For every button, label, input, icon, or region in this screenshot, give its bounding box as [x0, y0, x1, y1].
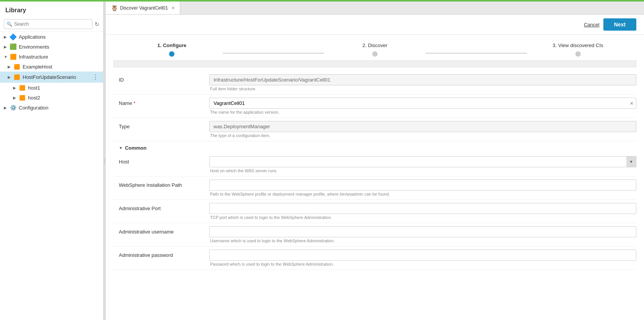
step-view-label: 3. View discovered CIs [553, 42, 603, 48]
sidebar-item-environments[interactable]: ▶ 🟩 Environments [0, 42, 103, 52]
admin-password-label: Administrative password [113, 250, 209, 258]
step-discover-dot [372, 51, 378, 57]
configuration-arrow: ▶ [4, 106, 9, 110]
step-configure-dot [169, 51, 174, 57]
hostforupdatescenario-arrow: ▶ [8, 75, 13, 79]
host2-icon: 🟧 [18, 95, 26, 101]
search-input[interactable] [4, 19, 92, 29]
host-dropdown-button[interactable]: ▼ [626, 156, 636, 167]
host1-arrow: ▶ [13, 86, 18, 90]
admin-username-hint: Username which is used to login to the W… [209, 238, 636, 243]
host-input[interactable] [209, 156, 636, 167]
next-button[interactable]: Next [603, 18, 636, 31]
step-configure-label: 1. Configure [157, 42, 186, 48]
type-hint: The type of a configuration item. [209, 133, 636, 138]
type-input [209, 121, 636, 132]
id-hint: Full item folder structure. [209, 87, 636, 91]
id-input [209, 74, 636, 85]
steps-bar: 1. Configure 2. Discover 3. View discove… [106, 35, 644, 60]
hostforupdatescenario-label: HostForUpdateScenario [23, 74, 91, 80]
step-view: 3. View discovered CIs [527, 42, 629, 57]
common-toggle[interactable]: ▼ Common [119, 145, 631, 151]
drag-dot [104, 160, 105, 161]
admin-username-row: Administrative username Username which i… [113, 223, 636, 247]
tab-icon: 🦉 [111, 5, 118, 11]
sidebar-item-host1[interactable]: ▶ 🟧 host1 [0, 83, 103, 93]
discover-tab[interactable]: 🦉 Discover VagrantCell01 × [106, 2, 180, 14]
form-area: ID Full item folder structure. Name * [106, 60, 644, 320]
configuration-icon: ⚙️ [9, 104, 17, 111]
websphere-path-row: WebSphere Installation Path Path to the … [113, 176, 636, 200]
step-discover: 2. Discover [324, 42, 426, 57]
environments-icon: 🟩 [9, 44, 17, 50]
websphere-path-input[interactable] [209, 180, 636, 191]
sidebar: Library 🔍 ↻ ▶ 🔷 Applications ▶ 🟩 Environ… [0, 2, 104, 320]
examplehost-icon: 🟧 [13, 64, 21, 70]
common-section-toggle[interactable]: ▼ Common [113, 141, 636, 153]
id-row: ID Full item folder structure. [113, 71, 636, 95]
sidebar-item-configuration[interactable]: ▶ ⚙️ Configuration [0, 103, 103, 113]
admin-port-hint: TCP port which is used to login to the W… [209, 215, 636, 220]
sidebar-title: Library [0, 2, 103, 17]
sidebar-item-examplehost[interactable]: ▶ 🟧 ExampleHost [0, 62, 103, 72]
step-line-1 [223, 53, 324, 54]
websphere-path-hint: Path to the WebSphere profile or deploym… [209, 192, 636, 196]
type-row: Type The type of a configuration item. [113, 118, 636, 141]
host1-icon: 🟧 [18, 85, 26, 91]
admin-username-field: Username which is used to login to the W… [209, 226, 636, 243]
wizard-container: Cancel Next 1. Configure 2. Discover 3. … [106, 15, 644, 320]
applications-icon: 🔷 [9, 34, 17, 40]
id-field: Full item folder structure. [209, 74, 636, 91]
sidebar-item-host2[interactable]: ▶ 🟧 host2 [0, 93, 103, 103]
admin-port-row: Administrative Port TCP port which is us… [113, 200, 636, 223]
websphere-path-label: WebSphere Installation Path [113, 180, 209, 188]
admin-port-label: Administrative Port [113, 203, 209, 211]
sidebar-item-applications[interactable]: ▶ 🔷 Applications [0, 32, 103, 42]
environments-label: Environments [19, 44, 100, 50]
examplehost-label: ExampleHost [23, 64, 100, 70]
environments-arrow: ▶ [4, 45, 9, 49]
host1-label: host1 [28, 85, 100, 91]
admin-password-input[interactable] [209, 250, 636, 261]
tab-label: Discover VagrantCell01 [120, 5, 168, 11]
name-label: Name * [113, 98, 209, 106]
tab-close-button[interactable]: × [172, 5, 174, 11]
name-clear-button[interactable]: × [630, 100, 633, 106]
applications-arrow: ▶ [4, 35, 9, 39]
admin-port-field: TCP port which is used to login to the W… [209, 203, 636, 220]
infrastructure-icon: 🟧 [9, 54, 17, 60]
admin-password-field: Password which is used to login to the W… [209, 250, 636, 266]
refresh-icon[interactable]: ↻ [95, 21, 99, 27]
name-required: * [132, 100, 136, 106]
cancel-button[interactable]: Cancel [584, 22, 599, 28]
examplehost-arrow: ▶ [8, 65, 13, 69]
step-configure: 1. Configure [121, 42, 223, 57]
name-field-wrapper: × [209, 98, 636, 109]
common-title: Common [125, 145, 146, 151]
step-discover-label: 2. Discover [362, 42, 387, 48]
name-field: × The name for the application version. [209, 98, 636, 114]
host-row: Host ▼ Host on which the WAS server runs [113, 153, 636, 176]
type-label: Type [113, 121, 209, 129]
sidebar-item-infrastructure[interactable]: ▼ 🟧 Infrastructure [0, 52, 103, 62]
name-input[interactable] [209, 98, 636, 109]
hostforupdatescenario-icon: 🟧 [13, 74, 21, 80]
host2-arrow: ▶ [13, 96, 18, 100]
more-options-icon[interactable]: ⋮ [91, 73, 100, 81]
sidebar-item-hostforupdatescenario[interactable]: ▶ 🟧 HostForUpdateScenario ⋮ [0, 72, 103, 83]
infrastructure-label: Infrastructure [19, 54, 100, 60]
name-row: Name * × The name for the application ve… [113, 95, 636, 118]
type-field: The type of a configuration item. [209, 121, 636, 138]
form-section-header [113, 60, 636, 67]
step-line-2 [426, 53, 527, 54]
host-field-wrapper: ▼ [209, 156, 636, 167]
host-field: ▼ Host on which the WAS server runs [209, 156, 636, 173]
admin-port-input[interactable] [209, 203, 636, 214]
admin-username-input[interactable] [209, 226, 636, 237]
drag-dot [104, 158, 105, 159]
id-label: ID [113, 74, 209, 83]
common-toggle-arrow: ▼ [119, 146, 123, 150]
host-label: Host [113, 156, 209, 165]
configuration-label: Configuration [19, 105, 100, 111]
main-content: 🦉 Discover VagrantCell01 × Cancel Next 1… [106, 2, 644, 320]
